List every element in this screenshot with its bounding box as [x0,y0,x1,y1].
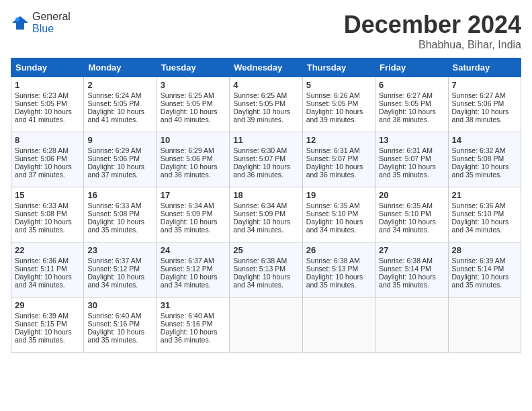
daylight-text: Daylight: 10 hours and 41 minutes. [87,107,152,124]
daylight-text: Daylight: 10 hours and 35 minutes. [87,328,152,344]
calendar-cell [448,298,521,353]
sunrise-text: Sunrise: 6:29 AM [87,146,152,154]
sunrise-text: Sunrise: 6:35 AM [379,201,444,210]
sunset-text: Sunset: 5:06 PM [452,99,517,107]
calendar-cell: 28Sunrise: 6:39 AMSunset: 5:14 PMDayligh… [448,242,521,298]
logo: General Blue [11,11,71,35]
week-row-4: 29Sunrise: 6:39 AMSunset: 5:15 PMDayligh… [11,298,521,353]
day-number: 17 [161,190,226,200]
calendar-cell: 15Sunrise: 6:33 AMSunset: 5:08 PMDayligh… [11,187,84,242]
calendar-cell: 5Sunrise: 6:26 AMSunset: 5:05 PMDaylight… [302,77,375,132]
week-row-3: 22Sunrise: 6:36 AMSunset: 5:11 PMDayligh… [11,242,521,298]
week-row-0: 1Sunrise: 6:23 AMSunset: 5:05 PMDaylight… [11,77,521,132]
day-number: 31 [161,300,226,310]
daylight-text: Daylight: 10 hours and 34 minutes. [233,273,298,289]
day-number: 14 [452,135,517,145]
daylight-text: Daylight: 10 hours and 35 minutes. [379,163,444,179]
daylight-text: Daylight: 10 hours and 37 minutes. [87,163,152,179]
sunrise-text: Sunrise: 6:33 AM [15,201,80,210]
daylight-text: Daylight: 10 hours and 41 minutes. [15,107,80,124]
calendar-cell: 31Sunrise: 6:40 AMSunset: 5:16 PMDayligh… [157,298,229,353]
sunrise-text: Sunrise: 6:31 AM [379,146,444,154]
week-row-1: 8Sunrise: 6:28 AMSunset: 5:06 PMDaylight… [11,132,521,187]
calendar-cell: 21Sunrise: 6:36 AMSunset: 5:10 PMDayligh… [448,187,521,242]
day-number: 23 [87,245,152,255]
sunrise-text: Sunrise: 6:35 AM [306,201,371,210]
calendar-cell [230,298,302,353]
week-row-2: 15Sunrise: 6:33 AMSunset: 5:08 PMDayligh… [11,187,521,242]
sunrise-text: Sunrise: 6:33 AM [87,201,152,210]
sunset-text: Sunset: 5:05 PM [87,99,152,107]
day-number: 12 [306,135,371,145]
calendar-cell: 6Sunrise: 6:27 AMSunset: 5:05 PMDaylight… [375,77,448,132]
header-tuesday: Tuesday [157,58,229,77]
calendar-cell: 30Sunrise: 6:40 AMSunset: 5:16 PMDayligh… [84,298,157,353]
day-number: 27 [379,245,444,255]
day-number: 2 [87,80,152,90]
sunset-text: Sunset: 5:07 PM [306,154,371,163]
daylight-text: Daylight: 10 hours and 34 minutes. [306,218,371,234]
calendar-cell: 18Sunrise: 6:34 AMSunset: 5:09 PMDayligh… [230,187,302,242]
day-number: 28 [452,245,517,255]
day-number: 26 [306,245,371,255]
header-saturday: Saturday [448,58,521,77]
sunset-text: Sunset: 5:16 PM [87,320,152,328]
daylight-text: Daylight: 10 hours and 35 minutes. [161,218,226,234]
calendar-cell: 23Sunrise: 6:37 AMSunset: 5:12 PMDayligh… [84,242,157,298]
calendar-cell: 9Sunrise: 6:29 AMSunset: 5:06 PMDaylight… [84,132,157,187]
sunset-text: Sunset: 5:09 PM [161,210,226,218]
daylight-text: Daylight: 10 hours and 35 minutes. [15,328,80,344]
day-number: 10 [161,135,226,145]
sunrise-text: Sunrise: 6:38 AM [233,257,298,265]
sunset-text: Sunset: 5:05 PM [379,99,444,107]
day-number: 29 [15,300,80,310]
sunset-text: Sunset: 5:06 PM [161,154,226,163]
calendar-cell: 17Sunrise: 6:34 AMSunset: 5:09 PMDayligh… [157,187,229,242]
calendar-cell: 13Sunrise: 6:31 AMSunset: 5:07 PMDayligh… [375,132,448,187]
sunrise-text: Sunrise: 6:27 AM [379,91,444,99]
sunrise-text: Sunrise: 6:23 AM [15,91,80,99]
sunrise-text: Sunrise: 6:36 AM [452,201,517,210]
sunset-text: Sunset: 5:12 PM [87,265,152,273]
day-number: 16 [87,190,152,200]
daylight-text: Daylight: 10 hours and 35 minutes. [15,218,80,234]
calendar-cell: 11Sunrise: 6:30 AMSunset: 5:07 PMDayligh… [230,132,302,187]
sunset-text: Sunset: 5:06 PM [15,154,80,163]
calendar-subtitle: Bhabhua, Bihar, India [344,39,521,51]
day-number: 19 [306,190,371,200]
daylight-text: Daylight: 10 hours and 39 minutes. [233,107,298,124]
sunrise-text: Sunrise: 6:39 AM [15,312,80,320]
calendar-cell: 7Sunrise: 6:27 AMSunset: 5:06 PMDaylight… [448,77,521,132]
calendar-cell: 12Sunrise: 6:31 AMSunset: 5:07 PMDayligh… [302,132,375,187]
sunrise-text: Sunrise: 6:38 AM [379,257,444,265]
sunrise-text: Sunrise: 6:25 AM [161,91,226,99]
sunrise-text: Sunrise: 6:40 AM [161,312,226,320]
sunrise-text: Sunrise: 6:24 AM [87,91,152,99]
day-number: 5 [306,80,371,90]
calendar-cell [375,298,448,353]
sunrise-text: Sunrise: 6:34 AM [233,201,298,210]
day-number: 3 [161,80,226,90]
sunrise-text: Sunrise: 6:31 AM [306,146,371,154]
title-block: December 2024 Bhabhua, Bihar, India [344,11,521,51]
daylight-text: Daylight: 10 hours and 36 minutes. [161,328,226,344]
day-number: 9 [87,135,152,145]
sunrise-text: Sunrise: 6:32 AM [452,146,517,154]
day-number: 1 [15,80,80,90]
svg-point-2 [15,17,19,21]
calendar-cell: 16Sunrise: 6:33 AMSunset: 5:08 PMDayligh… [84,187,157,242]
daylight-text: Daylight: 10 hours and 35 minutes. [306,273,371,289]
calendar-cell [302,298,375,353]
sunset-text: Sunset: 5:10 PM [452,210,517,218]
sunset-text: Sunset: 5:12 PM [161,265,226,273]
logo-blue-text: Blue [32,23,54,34]
header-friday: Friday [375,58,448,77]
daylight-text: Daylight: 10 hours and 40 minutes. [161,107,226,124]
calendar-cell: 1Sunrise: 6:23 AMSunset: 5:05 PMDaylight… [11,77,84,132]
daylight-text: Daylight: 10 hours and 35 minutes. [452,163,517,179]
calendar-cell: 2Sunrise: 6:24 AMSunset: 5:05 PMDaylight… [84,77,157,132]
sunset-text: Sunset: 5:08 PM [452,154,517,163]
sunset-text: Sunset: 5:08 PM [15,210,80,218]
daylight-text: Daylight: 10 hours and 34 minutes. [161,273,226,289]
page-header: General Blue December 2024 Bhabhua, Biha… [11,11,521,51]
